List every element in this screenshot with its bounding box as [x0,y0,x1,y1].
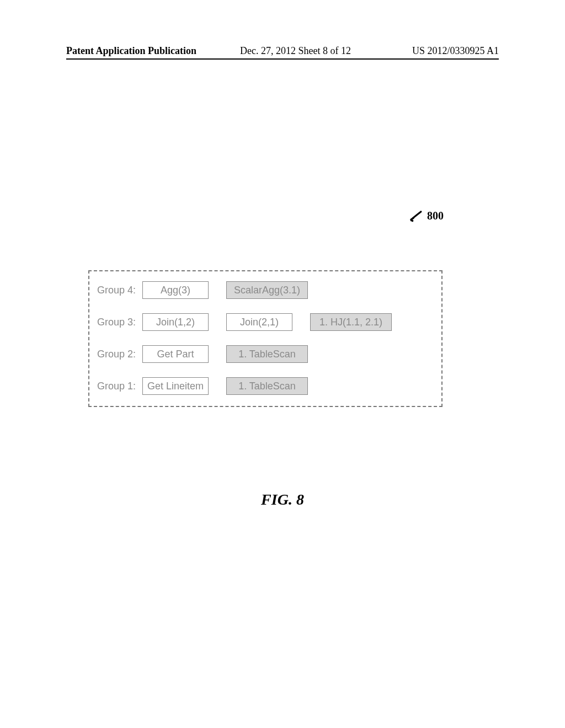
group-row-4: Group 4: Agg(3) ScalarAgg(3.1) [97,278,434,302]
plan-tablescan-part: 1. TableScan [226,345,308,363]
reference-numeral: 800 [409,210,444,222]
figure-caption: FIG. 8 [0,491,565,508]
group-row-3: Group 3: Join(1,2) Join(2,1) 1. HJ(1.1, … [97,310,434,334]
group-label-2: Group 2: [97,349,140,360]
plan-tablescan-lineitem: 1. TableScan [226,377,308,395]
group-row-1: Group 1: Get Lineitem 1. TableScan [97,374,434,398]
expr-join-2-1: Join(2,1) [226,313,292,331]
publication-number: US 2012/0330925 A1 [412,45,499,57]
header-rule [66,58,499,60]
publication-type: Patent Application Publication [66,45,196,57]
page-header: Patent Application Publication Dec. 27, … [66,45,499,58]
reference-number-text: 800 [427,210,444,222]
group-label-4: Group 4: [97,285,140,296]
plan-hj-1-1-2-1: 1. HJ(1.1, 2.1) [310,313,392,331]
reference-arrow-icon [409,211,425,221]
group-row-2: Group 2: Get Part 1. TableScan [97,342,434,366]
expr-agg-3: Agg(3) [142,281,209,299]
expr-join-1-2: Join(1,2) [142,313,209,331]
expr-get-part: Get Part [142,345,209,363]
date-sheet: Dec. 27, 2012 Sheet 8 of 12 [240,45,351,57]
memo-groups-diagram: Group 4: Agg(3) ScalarAgg(3.1) Group 3: … [88,270,443,407]
group-label-3: Group 3: [97,317,140,328]
expr-get-lineitem: Get Lineitem [142,377,209,395]
group-label-1: Group 1: [97,381,140,392]
plan-scalaragg-3-1: ScalarAgg(3.1) [226,281,308,299]
